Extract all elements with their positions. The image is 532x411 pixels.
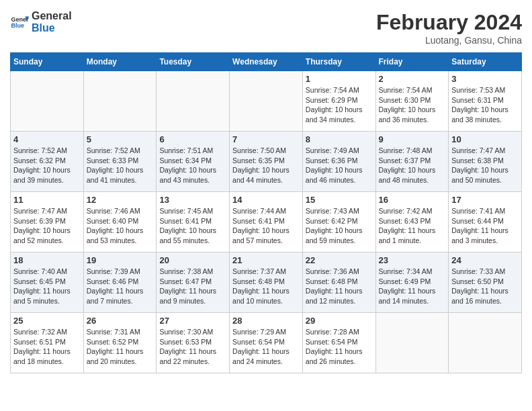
day-info: Sunrise: 7:31 AM Sunset: 6:52 PM Dayligh… [87, 327, 154, 367]
calendar-cell: 27Sunrise: 7:30 AM Sunset: 6:53 PM Dayli… [157, 313, 230, 373]
logo-icon: General Blue [10, 13, 29, 32]
day-info: Sunrise: 7:39 AM Sunset: 6:46 PM Dayligh… [87, 267, 154, 306]
month-title: February 2024 [376, 10, 522, 35]
day-number: 23 [379, 255, 446, 265]
calendar-cell: 10Sunrise: 7:47 AM Sunset: 6:38 PM Dayli… [449, 132, 522, 192]
day-info: Sunrise: 7:36 AM Sunset: 6:48 PM Dayligh… [306, 267, 373, 306]
day-info: Sunrise: 7:47 AM Sunset: 6:39 PM Dayligh… [13, 206, 81, 246]
logo: General Blue General Blue [10, 10, 72, 34]
day-info: Sunrise: 7:28 AM Sunset: 6:54 PM Dayligh… [306, 327, 373, 367]
day-info: Sunrise: 7:52 AM Sunset: 6:32 PM Dayligh… [13, 146, 81, 185]
day-info: Sunrise: 7:46 AM Sunset: 6:40 PM Dayligh… [87, 206, 154, 246]
day-header-saturday: Saturday [449, 53, 522, 71]
logo-general: General [32, 10, 72, 22]
calendar-header-row: SundayMondayTuesdayWednesdayThursdayFrid… [11, 53, 522, 71]
day-info: Sunrise: 7:41 AM Sunset: 6:44 PM Dayligh… [451, 206, 519, 246]
calendar-cell: 13Sunrise: 7:45 AM Sunset: 6:41 PM Dayli… [157, 192, 230, 253]
calendar-week-3: 11Sunrise: 7:47 AM Sunset: 6:39 PM Dayli… [11, 192, 522, 253]
day-number: 19 [87, 255, 154, 265]
calendar-cell: 12Sunrise: 7:46 AM Sunset: 6:40 PM Dayli… [83, 192, 157, 253]
calendar-cell: 22Sunrise: 7:36 AM Sunset: 6:48 PM Dayli… [302, 253, 375, 313]
day-info: Sunrise: 7:49 AM Sunset: 6:36 PM Dayligh… [306, 146, 373, 185]
day-number: 14 [232, 195, 300, 205]
calendar-cell: 11Sunrise: 7:47 AM Sunset: 6:39 PM Dayli… [11, 192, 84, 253]
day-number: 16 [379, 195, 446, 205]
day-info: Sunrise: 7:40 AM Sunset: 6:45 PM Dayligh… [13, 267, 81, 306]
day-number: 21 [232, 255, 300, 265]
day-info: Sunrise: 7:47 AM Sunset: 6:38 PM Dayligh… [451, 146, 519, 185]
day-info: Sunrise: 7:33 AM Sunset: 6:50 PM Dayligh… [451, 267, 519, 306]
day-number: 1 [306, 74, 373, 84]
calendar-week-5: 25Sunrise: 7:32 AM Sunset: 6:51 PM Dayli… [11, 313, 522, 373]
calendar-cell [11, 71, 84, 132]
calendar-cell: 21Sunrise: 7:37 AM Sunset: 6:48 PM Dayli… [230, 253, 303, 313]
day-number: 7 [232, 134, 300, 144]
calendar-cell [375, 313, 449, 373]
day-number: 17 [451, 195, 519, 205]
day-header-sunday: Sunday [11, 53, 84, 71]
day-number: 13 [159, 195, 226, 205]
day-info: Sunrise: 7:50 AM Sunset: 6:35 PM Dayligh… [232, 146, 300, 185]
calendar-cell: 26Sunrise: 7:31 AM Sunset: 6:52 PM Dayli… [83, 313, 157, 373]
day-number: 10 [451, 134, 519, 144]
calendar-cell [157, 71, 230, 132]
day-info: Sunrise: 7:54 AM Sunset: 6:30 PM Dayligh… [379, 85, 446, 125]
calendar-cell [83, 71, 157, 132]
calendar-cell: 29Sunrise: 7:28 AM Sunset: 6:54 PM Dayli… [302, 313, 375, 373]
page-header: General Blue General Blue February 2024 … [10, 10, 522, 46]
calendar-cell: 4Sunrise: 7:52 AM Sunset: 6:32 PM Daylig… [11, 132, 84, 192]
day-header-monday: Monday [83, 53, 157, 71]
svg-text:Blue: Blue [11, 22, 24, 29]
day-number: 15 [306, 195, 373, 205]
day-info: Sunrise: 7:45 AM Sunset: 6:41 PM Dayligh… [159, 206, 226, 246]
calendar-cell: 3Sunrise: 7:53 AM Sunset: 6:31 PM Daylig… [449, 71, 522, 132]
day-number: 11 [13, 195, 81, 205]
day-info: Sunrise: 7:54 AM Sunset: 6:29 PM Dayligh… [306, 85, 373, 125]
calendar-cell: 23Sunrise: 7:34 AM Sunset: 6:49 PM Dayli… [375, 253, 449, 313]
day-number: 4 [13, 134, 81, 144]
calendar-week-1: 1Sunrise: 7:54 AM Sunset: 6:29 PM Daylig… [11, 71, 522, 132]
day-info: Sunrise: 7:44 AM Sunset: 6:41 PM Dayligh… [232, 206, 300, 246]
day-number: 29 [306, 316, 373, 326]
calendar-cell: 28Sunrise: 7:29 AM Sunset: 6:54 PM Dayli… [230, 313, 303, 373]
calendar-cell: 9Sunrise: 7:48 AM Sunset: 6:37 PM Daylig… [375, 132, 449, 192]
day-info: Sunrise: 7:42 AM Sunset: 6:43 PM Dayligh… [379, 206, 446, 246]
logo-blue: Blue [32, 22, 72, 34]
day-info: Sunrise: 7:30 AM Sunset: 6:53 PM Dayligh… [159, 327, 226, 367]
day-info: Sunrise: 7:38 AM Sunset: 6:47 PM Dayligh… [159, 267, 226, 306]
day-number: 18 [13, 255, 81, 265]
calendar-cell [449, 313, 522, 373]
day-info: Sunrise: 7:52 AM Sunset: 6:33 PM Dayligh… [87, 146, 154, 185]
calendar-cell: 8Sunrise: 7:49 AM Sunset: 6:36 PM Daylig… [302, 132, 375, 192]
day-info: Sunrise: 7:37 AM Sunset: 6:48 PM Dayligh… [232, 267, 300, 306]
calendar-cell: 1Sunrise: 7:54 AM Sunset: 6:29 PM Daylig… [302, 71, 375, 132]
day-info: Sunrise: 7:48 AM Sunset: 6:37 PM Dayligh… [379, 146, 446, 185]
calendar-cell: 5Sunrise: 7:52 AM Sunset: 6:33 PM Daylig… [83, 132, 157, 192]
day-number: 22 [306, 255, 373, 265]
day-info: Sunrise: 7:34 AM Sunset: 6:49 PM Dayligh… [379, 267, 446, 306]
day-number: 25 [13, 316, 81, 326]
day-info: Sunrise: 7:51 AM Sunset: 6:34 PM Dayligh… [159, 146, 226, 185]
calendar-cell: 25Sunrise: 7:32 AM Sunset: 6:51 PM Dayli… [11, 313, 84, 373]
day-number: 2 [379, 74, 446, 84]
location: Luotang, Gansu, China [376, 35, 522, 46]
day-number: 27 [159, 316, 226, 326]
day-number: 9 [379, 134, 446, 144]
day-number: 5 [87, 134, 154, 144]
day-info: Sunrise: 7:43 AM Sunset: 6:42 PM Dayligh… [306, 206, 373, 246]
calendar-table: SundayMondayTuesdayWednesdayThursdayFrid… [10, 52, 522, 373]
day-info: Sunrise: 7:29 AM Sunset: 6:54 PM Dayligh… [232, 327, 300, 367]
calendar-cell: 14Sunrise: 7:44 AM Sunset: 6:41 PM Dayli… [230, 192, 303, 253]
day-number: 3 [451, 74, 519, 84]
day-info: Sunrise: 7:53 AM Sunset: 6:31 PM Dayligh… [451, 85, 519, 125]
calendar-cell: 17Sunrise: 7:41 AM Sunset: 6:44 PM Dayli… [449, 192, 522, 253]
calendar-cell: 24Sunrise: 7:33 AM Sunset: 6:50 PM Dayli… [449, 253, 522, 313]
calendar-cell: 19Sunrise: 7:39 AM Sunset: 6:46 PM Dayli… [83, 253, 157, 313]
day-number: 8 [306, 134, 373, 144]
day-info: Sunrise: 7:32 AM Sunset: 6:51 PM Dayligh… [13, 327, 81, 367]
calendar-week-2: 4Sunrise: 7:52 AM Sunset: 6:32 PM Daylig… [11, 132, 522, 192]
day-number: 26 [87, 316, 154, 326]
day-number: 24 [451, 255, 519, 265]
day-header-tuesday: Tuesday [157, 53, 230, 71]
day-header-friday: Friday [375, 53, 449, 71]
